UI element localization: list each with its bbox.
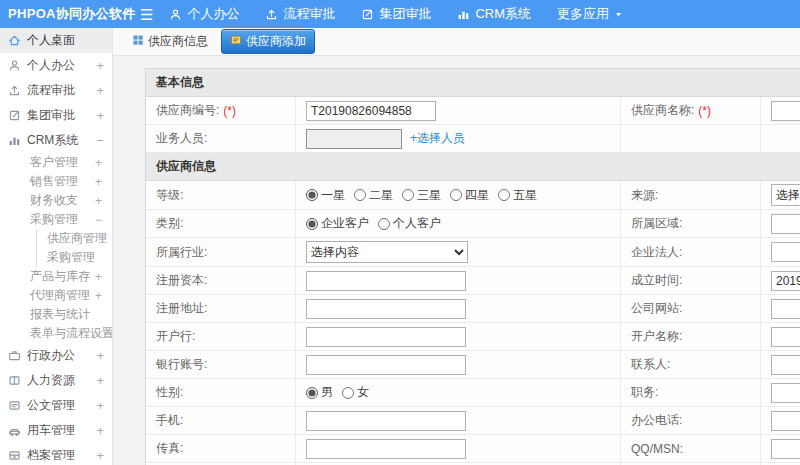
established-date-field xyxy=(761,267,800,294)
level-radio-input[interactable] xyxy=(306,189,318,201)
sidebar-subitem[interactable]: 采购管理− xyxy=(0,210,112,229)
topmenu-item[interactable]: 集团审批 xyxy=(361,5,431,23)
tab-supplier-add[interactable]: 供应商添加 xyxy=(221,29,315,54)
bank-account-input[interactable] xyxy=(306,355,466,375)
sidebar-item[interactable]: 用车管理+ xyxy=(0,418,112,443)
toggle-icon[interactable]: + xyxy=(96,373,104,388)
sidebar-item[interactable]: 流程审批+ xyxy=(0,78,112,103)
toggle-icon[interactable]: + xyxy=(95,175,102,189)
sidebar-subitem[interactable]: 财务收支+ xyxy=(0,191,112,210)
sidebar-item[interactable]: 集团审批+ xyxy=(0,103,112,128)
level-radio-input[interactable] xyxy=(354,189,366,201)
sidebar-item[interactable]: 个人桌面 xyxy=(0,28,112,53)
sidebar-item-label: 个人办公 xyxy=(27,57,96,74)
contact-person-input[interactable] xyxy=(771,355,800,375)
sidebar-subsubitem[interactable]: 供应商管理 xyxy=(37,229,112,248)
sidebar-item[interactable]: 档案管理+ xyxy=(0,443,112,465)
sidebar-item[interactable]: 公文管理+ xyxy=(0,393,112,418)
toggle-icon[interactable]: + xyxy=(95,289,102,303)
mobile-input[interactable] xyxy=(306,411,466,431)
position-input[interactable] xyxy=(771,383,800,403)
sidebar-subitem[interactable]: 销售管理+ xyxy=(0,172,112,191)
registered-address-input[interactable] xyxy=(306,299,466,319)
sidebar-subitem[interactable]: 客户管理+ xyxy=(0,153,112,172)
gender-radio-input[interactable] xyxy=(342,387,354,399)
category-radio[interactable]: 个人客户 xyxy=(378,215,441,232)
radio-label: 企业客户 xyxy=(321,215,369,232)
level-radio[interactable]: 五星 xyxy=(498,187,537,204)
qq-msn-input[interactable] xyxy=(771,439,800,459)
tab-supplier-info[interactable]: 供应商信息 xyxy=(127,30,213,53)
region-input[interactable] xyxy=(771,214,800,234)
level-radio[interactable]: 四星 xyxy=(450,187,489,204)
fax-input[interactable] xyxy=(306,439,466,459)
toggle-icon[interactable]: − xyxy=(96,133,104,148)
toggle-icon[interactable]: + xyxy=(95,194,102,208)
sidebar-item-label: 公文管理 xyxy=(27,397,96,414)
toggle-icon[interactable]: + xyxy=(95,270,102,284)
sidebar-item[interactable]: CRM系统− xyxy=(0,128,112,153)
gender-radio[interactable]: 女 xyxy=(342,384,369,401)
car-icon xyxy=(8,424,21,437)
region-field xyxy=(761,210,800,237)
sidebar-item[interactable]: 人力资源+ xyxy=(0,368,112,393)
established-date-input[interactable] xyxy=(771,271,800,291)
menu-icon[interactable]: ☰ xyxy=(140,7,153,22)
toggle-icon[interactable]: + xyxy=(96,423,104,438)
topmenu-item[interactable]: CRM系统 xyxy=(457,5,531,23)
supplier-code-input[interactable] xyxy=(306,101,436,121)
business-person-link[interactable]: +选择人员 xyxy=(410,130,465,147)
form-row: 业务人员:+选择人员 xyxy=(146,125,800,153)
toggle-icon[interactable]: + xyxy=(96,348,104,363)
bank-branch-input[interactable] xyxy=(306,327,466,347)
sidebar-subitem[interactable]: 代理商管理+ xyxy=(0,286,112,305)
level-radio-input[interactable] xyxy=(402,189,414,201)
form-row: 性别:男女职务: xyxy=(146,379,800,407)
sidebar-subsubitem[interactable]: 采购管理 xyxy=(37,248,112,267)
toggle-icon[interactable]: − xyxy=(95,213,102,227)
registered-capital-input[interactable] xyxy=(306,271,466,291)
sidebar-subitem[interactable]: 表单与流程设置+ xyxy=(0,324,112,343)
industry-select[interactable]: 选择内容 xyxy=(306,241,468,263)
office-phone-input[interactable] xyxy=(771,411,800,431)
company-website-input[interactable] xyxy=(771,299,800,319)
level-radio[interactable]: 二星 xyxy=(354,187,393,204)
level-radio[interactable]: 一星 xyxy=(306,187,345,204)
supplier-name-input[interactable] xyxy=(771,101,800,121)
company-website-field xyxy=(761,295,800,322)
account-name-input[interactable] xyxy=(771,327,800,347)
toggle-icon[interactable]: + xyxy=(96,58,104,73)
office-phone-label: 办公电话: xyxy=(621,407,761,434)
account-name-label: 开户名称: xyxy=(621,323,761,350)
toggle-icon[interactable]: + xyxy=(96,108,104,123)
business-person-input[interactable] xyxy=(306,129,402,149)
sidebar-item[interactable]: 个人办公+ xyxy=(0,53,112,78)
category-radio-input[interactable] xyxy=(306,218,318,230)
gender-radio-input[interactable] xyxy=(306,387,318,399)
empty-1-field xyxy=(761,125,800,152)
level-radio-input[interactable] xyxy=(450,189,462,201)
upload-icon xyxy=(265,8,278,21)
topmenu-item[interactable]: 流程审批 xyxy=(265,5,335,23)
sidebar-item[interactable]: 行政办公+ xyxy=(0,343,112,368)
level-radio-input[interactable] xyxy=(498,189,510,201)
sidebar-subitem[interactable]: 报表与统计 xyxy=(0,305,112,324)
toggle-icon[interactable]: + xyxy=(96,398,104,413)
topmenu-item[interactable]: 更多应用 xyxy=(557,5,623,23)
registered-capital-field xyxy=(296,267,621,294)
toggle-icon[interactable]: + xyxy=(96,83,104,98)
gender-radio[interactable]: 男 xyxy=(306,384,333,401)
archive-icon xyxy=(8,449,21,462)
sidebar-subitem[interactable]: 产品与库存+ xyxy=(0,267,112,286)
topmenu-item[interactable]: 个人办公 xyxy=(169,5,239,23)
topmenu-label: 集团审批 xyxy=(379,5,431,23)
source-select[interactable]: 选择内容 xyxy=(771,184,800,206)
bank-account-field xyxy=(296,351,621,378)
category-radio[interactable]: 企业客户 xyxy=(306,215,369,232)
toggle-icon[interactable]: + xyxy=(95,156,102,170)
sidebar-subitem-label: 表单与流程设置 xyxy=(30,325,113,342)
toggle-icon[interactable]: + xyxy=(96,448,104,463)
category-radio-input[interactable] xyxy=(378,218,390,230)
legal-person-input[interactable] xyxy=(771,242,800,262)
level-radio[interactable]: 三星 xyxy=(402,187,441,204)
